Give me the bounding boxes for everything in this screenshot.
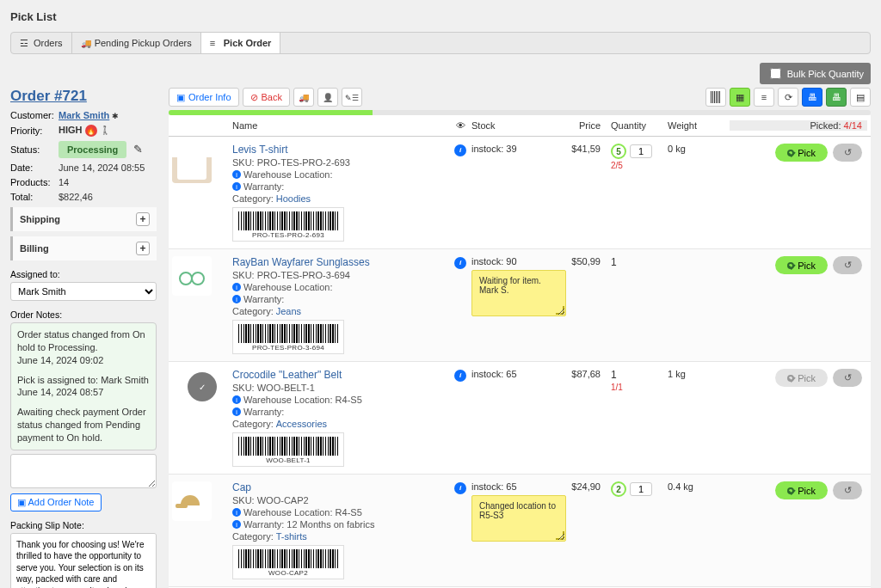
customer-link[interactable]: Mark Smith [59,110,109,120]
weight-value: 1 kg [668,369,686,379]
product-sku: SKU: WOO-CAP2 [232,495,449,505]
table-row: CapSKU: WOO-CAP2iWarehouse Location: R4-… [169,475,871,587]
page-title: Pick List [10,10,871,23]
stock-value: instock: 65 [471,369,540,379]
info-icon[interactable]: i [454,257,466,269]
qty-value: 1 [611,369,668,381]
tab-pending[interactable]: Pending Pickup Orders [72,33,201,53]
barcode-button[interactable] [705,88,726,107]
undo-button[interactable]: ↺ [833,256,862,274]
person-icon [323,92,333,102]
stock-value: instock: 65 [471,481,540,492]
bulk-pick-toggle[interactable]: Bulk Pick Quantity [760,63,871,84]
products-count: 14 [59,177,157,187]
print2-button[interactable] [826,88,847,107]
product-thumb [172,144,212,183]
pick-button[interactable]: Pick [775,256,828,274]
pick-button[interactable]: Pick [775,144,828,162]
print-icon [808,92,817,102]
back-button[interactable]: ⊘ Back [243,88,290,107]
orders-icon [20,38,30,48]
weight-value: 0 kg [668,144,686,154]
weight-value: 0.4 kg [668,481,693,492]
assigned-select[interactable]: Mark Smith [10,282,157,301]
refresh-button[interactable] [778,88,798,107]
order-date: June 14, 2024 08:55 [59,162,157,173]
tab-orders[interactable]: Orders [11,33,72,53]
info-icon: i [232,395,241,404]
product-name[interactable]: Crocodile "Leather" Belt [232,369,449,381]
product-thumb [172,256,212,296]
undo-button[interactable]: ↺ [833,369,862,387]
product-thumb [172,481,212,521]
price-value: $41,59 [571,144,601,154]
truck-icon [81,38,91,48]
category-link[interactable]: Accessories [276,419,327,429]
barcode: WOO-BELT-1 [232,432,344,467]
info-icon: i [232,283,241,291]
bulk-pick-checkbox[interactable] [770,68,781,79]
product-name[interactable]: RayBan Wayfarer Sunglasses [232,256,449,268]
price-value: $50,99 [571,256,601,266]
sticky-note[interactable]: Waiting for item. Mark S. [471,270,566,316]
product-sku: SKU: PRO-TES-PRO-2-693 [232,157,449,168]
qty-input[interactable] [630,144,652,158]
qty-input[interactable] [630,482,652,496]
bug-icon [112,110,119,120]
barcode: WOO-CAP2 [232,545,344,579]
check-icon [787,375,794,382]
category-link[interactable]: T-shirts [276,531,307,542]
stock-value: instock: 39 [471,144,540,154]
plus-icon[interactable]: + [136,242,150,255]
pick-button[interactable]: Pick [775,481,828,499]
qty-badge: 2 [611,481,626,497]
order-sidebar: Order #721 Customer:Mark Smith Priority:… [10,88,157,588]
refresh-icon [785,92,792,103]
order-link[interactable]: Order #721 [10,88,87,105]
product-name[interactable]: Cap [232,481,449,493]
category-link[interactable]: Jeans [276,306,301,316]
box-button[interactable] [730,88,750,107]
billing-section[interactable]: Billing+ [10,236,157,260]
eye-icon: 👁 [456,120,465,131]
order-total: $822,46 [59,192,157,202]
info-icon[interactable]: i [454,144,466,156]
check-icon [787,262,794,269]
table-row: RayBan Wayfarer SunglassesSKU: PRO-TES-P… [169,249,871,362]
note-edit-icon [345,92,359,102]
price-value: $24,90 [571,481,601,492]
info-icon[interactable]: i [454,482,466,494]
product-name[interactable]: Levis T-shirt [232,144,449,156]
tab-pick-order[interactable]: Pick Order [201,33,281,53]
shipping-section[interactable]: Shipping+ [10,207,157,231]
truck-icon [299,92,309,102]
list-button[interactable] [754,88,774,107]
qty-fraction: 1/1 [611,383,668,392]
notes-button[interactable] [342,88,362,107]
category-link[interactable]: Hoodies [276,193,311,204]
edit-status-icon[interactable]: ✎ [133,143,143,156]
status-badge: Processing [59,141,126,158]
undo-button[interactable]: ↺ [833,144,862,162]
info-icon[interactable]: i [454,370,466,382]
grid-button[interactable] [850,88,871,107]
walk-icon [100,125,110,135]
order-notes: Order status changed from On hold to Pro… [10,322,157,450]
truck-button[interactable] [293,88,314,107]
add-note-button[interactable]: ▣ Add Order Note [10,493,102,511]
barcode: PRO-TES-PRO-2-693 [232,207,344,242]
box-icon [736,92,744,103]
print-button[interactable] [802,88,822,107]
price-value: $87,68 [571,369,601,379]
packing-note-input[interactable]: Thank you for choosing us! We're thrille… [10,533,157,588]
note-input[interactable] [10,454,157,488]
grid-icon [856,92,865,103]
info-icon: i [232,407,241,416]
person-button[interactable] [317,88,338,107]
plus-icon[interactable]: + [136,212,150,226]
barcode-icon [711,91,721,103]
undo-button[interactable]: ↺ [833,481,862,499]
sticky-note[interactable]: Changed location to R5-S3 [471,495,566,542]
order-info-button[interactable]: ▣ Order Info [169,88,239,107]
product-sku: SKU: WOO-BELT-1 [232,383,449,393]
